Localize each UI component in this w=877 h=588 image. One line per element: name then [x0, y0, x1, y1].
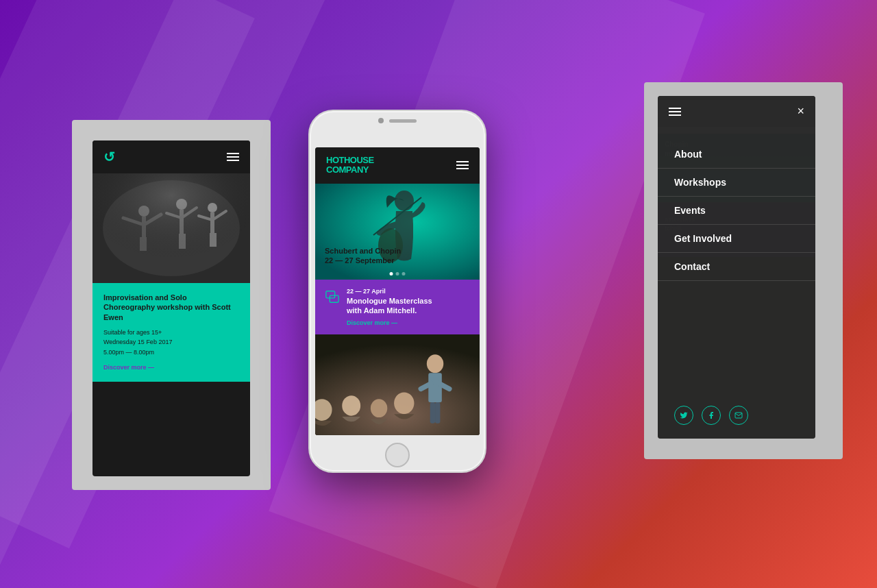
center-event-name: Monologue Masterclass with Adam Mitchell… — [347, 296, 432, 316]
left-app-screen: ↺ — [92, 140, 250, 476]
center-phone-screen: HOTHOUSE COMPANY — [315, 147, 480, 435]
left-event-details: Suitable for ages 15+ Wednesday 15 Feb 2… — [103, 328, 239, 357]
phone-camera — [378, 118, 384, 123]
hero-subtitle-2: 22 — 27 September — [325, 256, 470, 265]
menu-close-button[interactable]: × — [797, 104, 804, 119]
left-screen: ↺ — [92, 140, 250, 476]
left-hamburger-button[interactable] — [227, 153, 239, 161]
left-app-header: ↺ — [92, 140, 250, 173]
center-app-screen: HOTHOUSE COMPANY — [315, 147, 480, 435]
svg-rect-35 — [435, 402, 440, 424]
menu-item-workshops[interactable]: Workshops — [658, 169, 815, 197]
hamburger-line-3 — [669, 114, 681, 116]
center-logo-line1: HOTHOUSE — [326, 156, 374, 165]
audience-scene — [315, 334, 480, 435]
svg-rect-29 — [315, 334, 480, 435]
center-hero-image: Schubert and Chopin 22 — 27 September — [315, 184, 480, 280]
hamburger-line-1 — [456, 161, 469, 162]
center-hero-caption: Schubert and Chopin 22 — 27 September — [325, 246, 470, 266]
center-photo-section — [315, 334, 480, 435]
hamburger-line-2 — [227, 156, 239, 158]
phone-notch — [378, 118, 417, 123]
social-icons — [658, 392, 815, 439]
left-mockup: ↺ — [92, 140, 250, 483]
right-menu-header: × — [658, 96, 815, 127]
hero-dots — [390, 272, 406, 275]
hero-dot-1[interactable] — [390, 272, 393, 275]
svg-rect-20 — [92, 173, 250, 283]
right-hamburger-button[interactable] — [669, 108, 681, 116]
svg-rect-27 — [330, 295, 338, 302]
svg-point-39 — [394, 393, 414, 415]
right-menu-items: About Workshops Events Get Involved Cont… — [658, 127, 815, 392]
svg-rect-31 — [428, 373, 442, 402]
left-hero-image — [92, 173, 250, 283]
hamburger-line-2 — [456, 164, 469, 166]
svg-rect-34 — [430, 402, 435, 424]
center-event-name-1: Monologue Masterclass — [347, 296, 432, 306]
right-screen: Chopin mber asterclass tchell. × About W… — [658, 96, 815, 439]
left-event-detail-1: Suitable for ages 15+ — [103, 328, 239, 337]
svg-rect-26 — [326, 291, 335, 297]
center-logo-text: HOTHOUSE COMPANY — [326, 156, 374, 175]
left-discover-link[interactable]: Discover more — — [103, 364, 239, 371]
facebook-icon[interactable] — [702, 406, 721, 425]
twitter-icon[interactable] — [674, 406, 693, 425]
left-event-detail-3: 5.00pm — 8.00pm — [103, 347, 239, 357]
hamburger-line-3 — [227, 160, 239, 161]
right-mockup: Chopin mber asterclass tchell. × About W… — [658, 96, 815, 452]
left-teal-section: Improvisation and Solo Choreography work… — [92, 283, 250, 382]
right-menu-screen: × About Workshops Events Get Involved Co… — [658, 96, 815, 439]
menu-item-about[interactable]: About — [658, 140, 815, 169]
center-app-header: HOTHOUSE COMPANY — [315, 147, 480, 184]
center-event-name-2: with Adam Mitchell. — [347, 306, 432, 315]
mockups-container: ↺ — [0, 0, 877, 588]
center-mockup: HOTHOUSE COMPANY — [308, 110, 486, 473]
menu-item-events[interactable]: Events — [658, 197, 815, 225]
phone-home-button[interactable] — [385, 443, 410, 467]
hero-subtitle-1: Schubert and Chopin — [325, 246, 470, 256]
svg-point-30 — [427, 355, 443, 373]
center-discover-link[interactable]: Discover more — — [347, 319, 432, 326]
hamburger-line-3 — [456, 168, 469, 169]
hamburger-line-1 — [669, 108, 681, 109]
center-logo-line2: COMPANY — [326, 165, 374, 175]
menu-item-get-involved[interactable]: Get Involved — [658, 225, 815, 253]
hamburger-line-1 — [227, 153, 239, 154]
phone-speaker — [389, 119, 417, 123]
center-hamburger-button[interactable] — [456, 161, 469, 169]
left-logo-icon: ↺ — [103, 149, 115, 165]
svg-point-38 — [371, 399, 387, 417]
hero-dot-3[interactable] — [402, 272, 406, 275]
center-purple-section: 22 — 27 April Monologue Masterclass with… — [315, 280, 480, 335]
menu-item-contact[interactable]: Contact — [658, 253, 815, 281]
left-event-title: Improvisation and Solo Choreography work… — [103, 293, 239, 322]
dance-scene — [92, 173, 250, 283]
hero-dot-2[interactable] — [396, 272, 399, 275]
left-event-detail-2: Wednesday 15 Feb 2017 — [103, 337, 239, 347]
hamburger-line-2 — [669, 111, 681, 112]
center-event-date: 22 — 27 April — [347, 288, 432, 295]
center-event-info: 22 — 27 April Monologue Masterclass with… — [347, 288, 432, 327]
svg-point-37 — [342, 395, 360, 415]
email-icon[interactable] — [729, 406, 748, 425]
center-logo: HOTHOUSE COMPANY — [326, 156, 374, 175]
event-speech-icon — [325, 289, 340, 308]
